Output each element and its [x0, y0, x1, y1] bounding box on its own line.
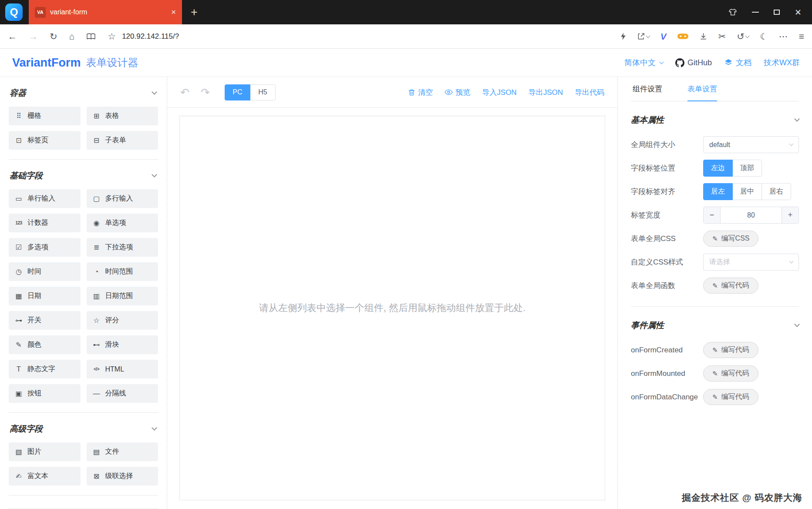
picture-icon: ▧ [14, 448, 24, 456]
event-props-header[interactable]: 事件属性 [631, 320, 799, 331]
palette-item-radio[interactable]: ◉单选项 [87, 214, 158, 232]
palette-item-html[interactable]: </>HTML [87, 360, 158, 378]
palette-item-tab[interactable]: ⊡标签页 [9, 131, 81, 150]
tab-widget-settings[interactable]: 组件设置 [633, 77, 662, 101]
export-code-button[interactable]: 导出代码 [575, 87, 604, 97]
label-align-center-button[interactable]: 居中 [732, 183, 762, 200]
label-align-right-button[interactable]: 居右 [761, 183, 791, 200]
palette-item-color[interactable]: ✎颜色 [9, 335, 81, 354]
write-code-button[interactable]: ✎编写代码 [703, 365, 758, 382]
export-json-button[interactable]: 导出JSON [529, 87, 563, 97]
more-options-icon[interactable]: ⋯ [779, 32, 788, 41]
home-icon[interactable]: ⌂ [69, 32, 75, 41]
palette-item-button[interactable]: ▣按钮 [9, 384, 81, 403]
palette-section-header[interactable]: 高级字段 [9, 413, 158, 442]
write-css-button[interactable]: ✎ 编写CSS [703, 231, 758, 247]
dark-mode-moon-icon[interactable]: ☾ [760, 32, 768, 41]
undo-icon[interactable]: ↶ [180, 87, 189, 98]
github-link[interactable]: GitHub [675, 58, 712, 67]
palette-item-subform[interactable]: ⊟子表单 [87, 131, 158, 150]
preview-button[interactable]: 预览 [445, 87, 470, 97]
palette-item-select[interactable]: ≣下拉选项 [87, 238, 158, 257]
back-icon[interactable]: ← [8, 32, 17, 41]
language-selector[interactable]: 简体中文 [624, 57, 663, 68]
label-position-top-button[interactable]: 顶部 [732, 160, 762, 177]
label-align-left-button[interactable]: 居左 [703, 183, 733, 200]
palette-item-number[interactable]: 123计数器 [9, 214, 81, 232]
reading-mode-icon[interactable] [86, 33, 96, 40]
palette-section: 基础字段▭单行输入▢多行输入123计数器◉单选项☑多选项≣下拉选项◷时间◔时间范… [9, 160, 158, 413]
form-canvas[interactable]: 请从左侧列表中选择一个组件, 然后用鼠标拖动组件放置于此处. [179, 116, 605, 500]
download-icon[interactable] [699, 32, 708, 40]
clear-button[interactable]: 清空 [408, 87, 433, 97]
tab-icon: ⊡ [14, 136, 24, 144]
decrease-button[interactable]: − [704, 207, 721, 223]
palette-item-date-range[interactable]: ▥日期范围 [87, 287, 158, 305]
browser-tab[interactable]: VA variant-form × [29, 0, 182, 24]
extension-v-icon[interactable]: V [660, 32, 667, 41]
lightning-icon[interactable] [620, 32, 626, 40]
increase-button[interactable]: + [782, 207, 799, 223]
basic-props-header[interactable]: 基本属性 [631, 114, 799, 126]
form-css-label: 表单全局CSS [631, 234, 703, 244]
palette-item-cascader[interactable]: ⊠级联选择 [87, 467, 158, 486]
forward-icon[interactable]: → [29, 32, 38, 41]
palette-item-grid[interactable]: ⠿栅格 [9, 107, 81, 125]
palette-item-checkbox[interactable]: ☑多选项 [9, 238, 81, 257]
palette-item-label: 时间范围 [105, 267, 133, 276]
palette-section-header[interactable]: 容器 [9, 77, 158, 107]
tab-form-settings[interactable]: 表单设置 [687, 77, 717, 101]
refresh-icon[interactable]: ↻ [50, 32, 57, 41]
write-css-label: 编写CSS [721, 234, 750, 243]
palette-section-header[interactable]: 基础字段 [9, 160, 158, 189]
bookmark-star-icon[interactable]: ☆ [108, 32, 116, 41]
label-position-left-button[interactable]: 左边 [703, 160, 733, 177]
widget-size-select[interactable]: default [703, 136, 799, 153]
watermark-text: 掘金技术社区 @ 码农胖大海 [682, 492, 802, 504]
palette-item-file-upload[interactable]: ▤文件 [87, 442, 158, 461]
window-minimize-button[interactable] [752, 12, 759, 13]
device-pc-button[interactable]: PC [225, 84, 250, 100]
scissors-icon[interactable]: ✂ [718, 32, 726, 41]
palette-item-rate[interactable]: ☆评分 [87, 311, 158, 330]
write-code-button[interactable]: ✎ 编写代码 [703, 278, 758, 294]
docs-link[interactable]: 文档 [724, 57, 751, 68]
wx-group-link[interactable]: 技术WX群 [764, 57, 800, 68]
custom-class-select[interactable]: 请选择 [703, 254, 799, 271]
device-h5-button[interactable]: H5 [250, 84, 276, 100]
main-area: 容器⠿栅格⊞表格⊡标签页⊟子表单基础字段▭单行输入▢多行输入123计数器◉单选项… [0, 77, 812, 509]
window-close-button[interactable]: ✕ [795, 7, 802, 17]
palette-item-picture-upload[interactable]: ▧图片 [9, 442, 81, 461]
menu-hamburger-icon[interactable]: ≡ [799, 32, 804, 41]
palette-item-divider[interactable]: —分隔线 [87, 384, 158, 403]
import-json-button[interactable]: 导入JSON [482, 87, 516, 97]
palette-item-time-range[interactable]: ◔时间范围 [87, 262, 158, 281]
share-icon[interactable] [637, 32, 650, 40]
new-tab-button[interactable]: + [191, 7, 198, 18]
palette-item-input[interactable]: ▭单行输入 [9, 189, 81, 208]
palette-item-table[interactable]: ⊞表格 [87, 107, 158, 125]
palette-item-switch[interactable]: ⊶开关 [9, 311, 81, 330]
write-code-button[interactable]: ✎编写代码 [703, 342, 758, 358]
rate-icon: ☆ [92, 316, 101, 325]
palette-item-rich-editor[interactable]: ✍富文本 [9, 467, 81, 486]
gamepad-icon[interactable] [677, 33, 688, 40]
write-code-button[interactable]: ✎编写代码 [703, 389, 758, 405]
palette-item-date[interactable]: ▦日期 [9, 287, 81, 305]
palette-item-slider[interactable]: ⊷滑块 [87, 335, 158, 354]
window-maximize-button[interactable] [774, 10, 780, 15]
address-bar[interactable]: 120.92.142.115/? [122, 32, 620, 41]
browser-theme-icon[interactable] [728, 8, 737, 17]
palette-item-label: 富文本 [27, 472, 48, 481]
app-brand: VariantForm [12, 56, 81, 70]
redo-icon[interactable]: ↷ [201, 87, 210, 98]
tab-close-icon[interactable]: × [171, 7, 176, 17]
palette-items: ⠿栅格⊞表格⊡标签页⊟子表单 [9, 107, 158, 150]
palette-item-static-text[interactable]: T静态文字 [9, 360, 81, 378]
palette-item-textarea[interactable]: ▢多行输入 [87, 189, 158, 208]
write-code-label: 编写代码 [721, 392, 749, 402]
undo-history-icon[interactable]: ↺ [737, 32, 749, 41]
label-width-value[interactable]: 80 [721, 207, 782, 223]
browser-logo-icon[interactable]: Q [5, 3, 23, 21]
palette-item-time[interactable]: ◷时间 [9, 262, 81, 281]
